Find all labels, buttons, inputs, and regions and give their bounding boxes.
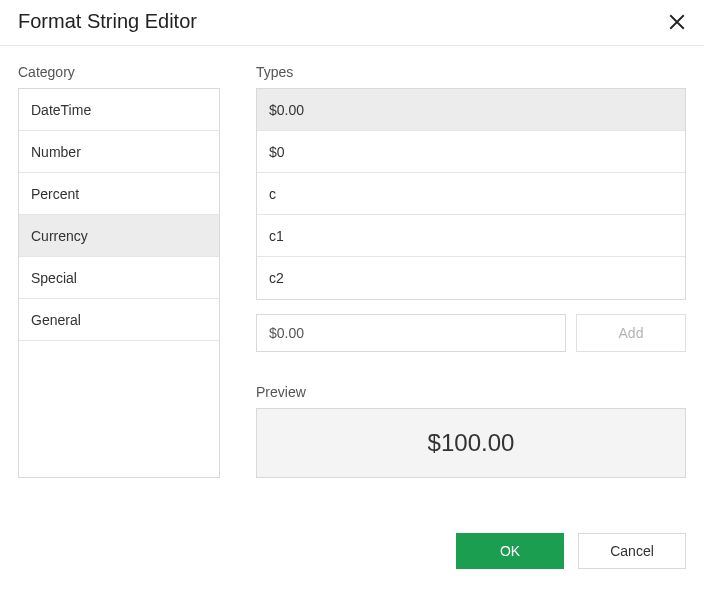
dialog-title: Format String Editor [18,10,197,33]
dialog-footer: OK Cancel [456,533,686,569]
dialog-body: Category DateTime Number Percent Currenc… [0,46,704,478]
category-item-percent[interactable]: Percent [19,173,219,215]
category-column: Category DateTime Number Percent Currenc… [18,64,220,478]
category-item-number[interactable]: Number [19,131,219,173]
types-label: Types [256,64,686,80]
types-column: Types $0.00 $0 c c1 c2 Add Preview $100.… [256,64,686,478]
preview-value: $100.00 [428,429,515,457]
types-item[interactable]: c2 [257,257,685,299]
category-label: Category [18,64,220,80]
format-input-row: Add [256,314,686,352]
preview-label: Preview [256,384,686,400]
ok-button[interactable]: OK [456,533,564,569]
types-item[interactable]: $0.00 [257,89,685,131]
format-string-editor-dialog: Format String Editor Category DateTime N… [0,0,704,591]
category-item-datetime[interactable]: DateTime [19,89,219,131]
category-item-general[interactable]: General [19,299,219,341]
format-string-input[interactable] [256,314,566,352]
types-item[interactable]: c [257,173,685,215]
category-list: DateTime Number Percent Currency Special… [18,88,220,478]
close-icon[interactable] [668,13,686,31]
preview-box: $100.00 [256,408,686,478]
category-item-currency[interactable]: Currency [19,215,219,257]
types-item[interactable]: $0 [257,131,685,173]
category-item-special[interactable]: Special [19,257,219,299]
types-list: $0.00 $0 c c1 c2 [256,88,686,300]
dialog-header: Format String Editor [0,0,704,46]
cancel-button[interactable]: Cancel [578,533,686,569]
types-item[interactable]: c1 [257,215,685,257]
add-button[interactable]: Add [576,314,686,352]
